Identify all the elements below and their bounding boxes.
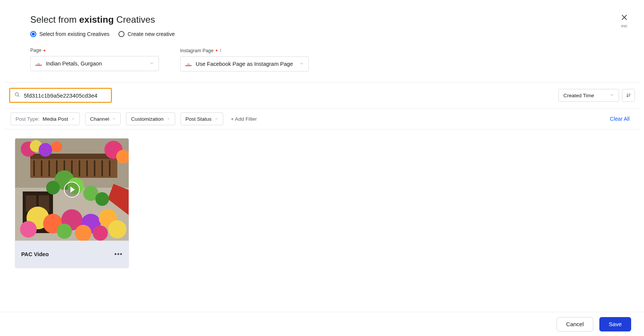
- close-icon: [621, 14, 628, 23]
- creative-name: PAC Video: [21, 251, 49, 257]
- title-post: Creatives: [114, 14, 155, 25]
- svg-point-36: [93, 226, 108, 241]
- filter-post-status-label: Post Status: [185, 116, 212, 122]
- radio-select-existing-label: Select from existing Creatives: [39, 31, 109, 37]
- radio-checked-icon: [30, 31, 36, 37]
- page-field-label-text: Page: [30, 48, 41, 53]
- radio-create-new[interactable]: Create new creative: [118, 31, 175, 37]
- filter-customization-label: Customization: [131, 116, 163, 122]
- radio-create-new-label: Create new creative: [128, 31, 175, 37]
- sort-select-value: Created Time: [563, 93, 594, 98]
- svg-point-33: [20, 221, 37, 238]
- filter-channel[interactable]: Channel: [85, 112, 121, 125]
- svg-point-21: [39, 143, 52, 157]
- svg-point-35: [75, 225, 92, 241]
- chevron-down-icon: [166, 116, 170, 122]
- filter-post-type-value: Media Post: [43, 116, 68, 122]
- sort-select[interactable]: Created Time: [558, 89, 619, 102]
- svg-rect-4: [30, 159, 117, 178]
- save-button[interactable]: Save: [599, 317, 631, 331]
- filter-post-type-label: Post Type:: [16, 116, 40, 122]
- chevron-down-icon: [149, 61, 154, 67]
- radio-unchecked-icon: [118, 31, 124, 37]
- add-filter-button[interactable]: + Add Filter: [229, 116, 259, 122]
- instagram-page-field-label-text: Instagram Page: [180, 48, 213, 53]
- search-icon: [14, 92, 20, 99]
- search-input-wrap[interactable]: [9, 88, 112, 103]
- required-dot-icon: [216, 50, 218, 51]
- svg-point-27: [46, 181, 60, 194]
- filter-post-status[interactable]: Post Status: [180, 112, 223, 125]
- creative-thumbnail: [15, 138, 129, 241]
- page-select-value: Indian Petals, Gurgaon: [46, 61, 102, 67]
- cancel-button[interactable]: Cancel: [557, 317, 593, 331]
- chevron-down-icon: [610, 93, 614, 98]
- page-brand-icon: [35, 61, 42, 66]
- chevron-down-icon: [71, 116, 75, 122]
- svg-point-39: [95, 192, 109, 206]
- close-button[interactable]: esc: [621, 14, 628, 28]
- instagram-page-select[interactable]: Use Facebook Page as Instagram Page: [180, 56, 309, 72]
- instagram-page-select-value: Use Facebook Page as Instagram Page: [196, 61, 293, 67]
- creative-more-button[interactable]: •••: [114, 250, 123, 258]
- svg-point-22: [51, 142, 62, 152]
- chevron-down-icon: [299, 61, 304, 67]
- page-field-label: Page: [30, 48, 159, 53]
- info-icon[interactable]: i: [220, 48, 221, 53]
- creative-card[interactable]: PAC Video •••: [15, 138, 129, 268]
- search-input[interactable]: [24, 92, 107, 99]
- radio-select-existing[interactable]: Select from existing Creatives: [30, 31, 109, 37]
- filter-channel-label: Channel: [90, 116, 109, 122]
- svg-point-34: [57, 224, 72, 239]
- play-icon: [64, 182, 80, 198]
- instagram-page-field-label: Instagram Page i: [180, 48, 309, 53]
- sort-direction-button[interactable]: [622, 89, 635, 102]
- clear-all-button[interactable]: Clear All: [610, 116, 633, 122]
- title-strong: existing: [79, 14, 114, 25]
- page-brand-icon: [185, 62, 192, 66]
- filter-customization[interactable]: Customization: [126, 112, 175, 125]
- close-esc-label: esc: [621, 23, 628, 28]
- page-title: Select from existing Creatives: [30, 14, 614, 25]
- filter-post-type[interactable]: Post Type: Media Post: [11, 112, 80, 125]
- chevron-down-icon: [112, 116, 116, 122]
- title-pre: Select from: [30, 14, 79, 25]
- chevron-down-icon: [215, 116, 218, 122]
- required-dot-icon: [44, 50, 45, 51]
- svg-point-37: [108, 220, 126, 238]
- page-select[interactable]: Indian Petals, Gurgaon: [30, 56, 159, 71]
